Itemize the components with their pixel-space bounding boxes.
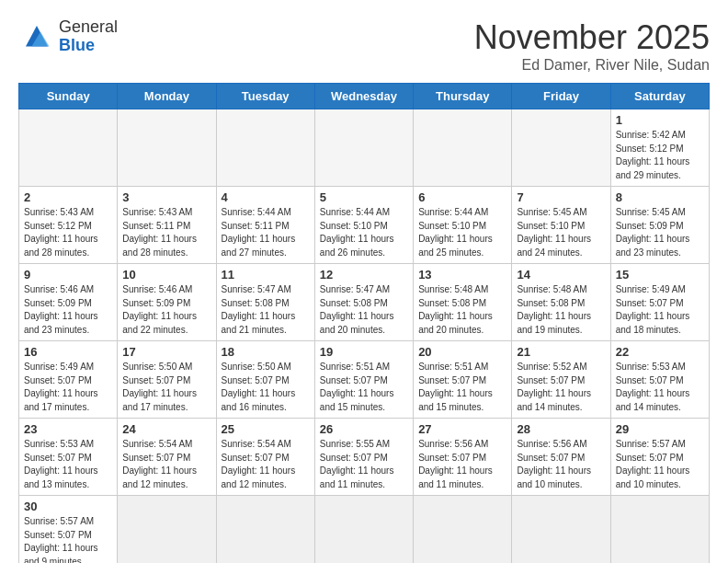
- calendar-day-cell: 3Sunrise: 5:43 AM Sunset: 5:11 PM Daylig…: [118, 187, 216, 264]
- calendar-day-cell: [414, 496, 512, 564]
- day-number: 25: [222, 422, 310, 436]
- day-info: Sunrise: 5:50 AM Sunset: 5:07 PM Dayligh…: [122, 361, 210, 414]
- calendar-day-cell: 13Sunrise: 5:48 AM Sunset: 5:08 PM Dayli…: [414, 264, 512, 341]
- calendar-day-cell: 4Sunrise: 5:44 AM Sunset: 5:11 PM Daylig…: [216, 187, 314, 264]
- calendar-day-cell: [216, 109, 314, 187]
- day-number: 26: [320, 422, 408, 436]
- calendar-day-cell: 7Sunrise: 5:45 AM Sunset: 5:10 PM Daylig…: [512, 187, 610, 264]
- day-info: Sunrise: 5:54 AM Sunset: 5:07 PM Dayligh…: [222, 438, 310, 491]
- day-number: 27: [418, 422, 506, 436]
- title-section: November 2025 Ed Damer, River Nile, Suda…: [474, 18, 710, 74]
- column-header-tuesday: Tuesday: [216, 84, 314, 109]
- day-number: 3: [122, 190, 210, 204]
- logo-text: General Blue: [59, 18, 118, 55]
- calendar-header-row: SundayMondayTuesdayWednesdayThursdayFrid…: [19, 84, 710, 109]
- calendar-day-cell: [216, 496, 314, 564]
- day-number: 28: [517, 422, 605, 436]
- day-number: 4: [222, 190, 310, 204]
- day-info: Sunrise: 5:43 AM Sunset: 5:11 PM Dayligh…: [122, 206, 210, 259]
- calendar-day-cell: [414, 109, 512, 187]
- day-number: 17: [122, 345, 210, 359]
- day-info: Sunrise: 5:44 AM Sunset: 5:11 PM Dayligh…: [222, 206, 310, 259]
- day-info: Sunrise: 5:57 AM Sunset: 5:07 PM Dayligh…: [616, 438, 704, 491]
- day-number: 22: [616, 345, 704, 359]
- calendar-week-row: 9Sunrise: 5:46 AM Sunset: 5:09 PM Daylig…: [19, 264, 710, 341]
- day-number: 9: [24, 268, 112, 282]
- calendar-day-cell: 1Sunrise: 5:42 AM Sunset: 5:12 PM Daylig…: [610, 109, 709, 187]
- calendar-week-row: 2Sunrise: 5:43 AM Sunset: 5:12 PM Daylig…: [19, 187, 710, 264]
- day-info: Sunrise: 5:49 AM Sunset: 5:07 PM Dayligh…: [24, 361, 112, 414]
- day-info: Sunrise: 5:51 AM Sunset: 5:07 PM Dayligh…: [320, 361, 408, 414]
- calendar-day-cell: 28Sunrise: 5:56 AM Sunset: 5:07 PM Dayli…: [512, 419, 610, 496]
- day-info: Sunrise: 5:42 AM Sunset: 5:12 PM Dayligh…: [616, 129, 704, 182]
- day-info: Sunrise: 5:44 AM Sunset: 5:10 PM Dayligh…: [320, 206, 408, 259]
- calendar-day-cell: [512, 496, 610, 564]
- day-number: 19: [320, 345, 408, 359]
- day-info: Sunrise: 5:46 AM Sunset: 5:09 PM Dayligh…: [122, 283, 210, 337]
- day-info: Sunrise: 5:53 AM Sunset: 5:07 PM Dayligh…: [616, 361, 704, 414]
- column-header-wednesday: Wednesday: [314, 84, 413, 109]
- day-number: 16: [24, 345, 112, 359]
- calendar-week-row: 1Sunrise: 5:42 AM Sunset: 5:12 PM Daylig…: [19, 109, 710, 187]
- calendar-day-cell: [314, 109, 413, 187]
- calendar-day-cell: 26Sunrise: 5:55 AM Sunset: 5:07 PM Dayli…: [314, 419, 413, 496]
- day-info: Sunrise: 5:48 AM Sunset: 5:08 PM Dayligh…: [418, 283, 506, 337]
- location-title: Ed Damer, River Nile, Sudan: [474, 57, 710, 74]
- day-number: 2: [24, 190, 112, 204]
- calendar-day-cell: 12Sunrise: 5:47 AM Sunset: 5:08 PM Dayli…: [314, 264, 413, 341]
- day-info: Sunrise: 5:49 AM Sunset: 5:07 PM Dayligh…: [616, 283, 704, 337]
- day-info: Sunrise: 5:53 AM Sunset: 5:07 PM Dayligh…: [24, 438, 112, 491]
- calendar-day-cell: 22Sunrise: 5:53 AM Sunset: 5:07 PM Dayli…: [610, 341, 709, 419]
- day-number: 1: [616, 113, 704, 127]
- month-title: November 2025: [474, 18, 710, 57]
- day-number: 30: [24, 500, 112, 513]
- day-number: 7: [517, 190, 605, 204]
- day-info: Sunrise: 5:51 AM Sunset: 5:07 PM Dayligh…: [418, 361, 506, 414]
- column-header-monday: Monday: [118, 84, 216, 109]
- calendar-day-cell: 27Sunrise: 5:56 AM Sunset: 5:07 PM Dayli…: [414, 419, 512, 496]
- calendar-week-row: 16Sunrise: 5:49 AM Sunset: 5:07 PM Dayli…: [19, 341, 710, 419]
- day-info: Sunrise: 5:45 AM Sunset: 5:10 PM Dayligh…: [517, 206, 605, 259]
- day-info: Sunrise: 5:54 AM Sunset: 5:07 PM Dayligh…: [122, 438, 210, 491]
- calendar-day-cell: 21Sunrise: 5:52 AM Sunset: 5:07 PM Dayli…: [512, 341, 610, 419]
- calendar-day-cell: 19Sunrise: 5:51 AM Sunset: 5:07 PM Dayli…: [314, 341, 413, 419]
- column-header-friday: Friday: [512, 84, 610, 109]
- day-number: 14: [517, 268, 605, 282]
- calendar-day-cell: [118, 496, 216, 564]
- calendar-day-cell: 9Sunrise: 5:46 AM Sunset: 5:09 PM Daylig…: [19, 264, 118, 341]
- day-number: 23: [24, 422, 112, 436]
- day-info: Sunrise: 5:43 AM Sunset: 5:12 PM Dayligh…: [24, 206, 112, 259]
- day-info: Sunrise: 5:56 AM Sunset: 5:07 PM Dayligh…: [517, 438, 605, 491]
- calendar-day-cell: [610, 496, 709, 564]
- day-info: Sunrise: 5:48 AM Sunset: 5:08 PM Dayligh…: [517, 283, 605, 337]
- day-info: Sunrise: 5:45 AM Sunset: 5:09 PM Dayligh…: [616, 206, 704, 259]
- calendar-table: SundayMondayTuesdayWednesdayThursdayFrid…: [18, 83, 710, 563]
- day-number: 6: [418, 190, 506, 204]
- calendar-day-cell: 23Sunrise: 5:53 AM Sunset: 5:07 PM Dayli…: [19, 419, 118, 496]
- day-number: 29: [616, 422, 704, 436]
- day-number: 10: [122, 268, 210, 282]
- day-number: 15: [616, 268, 704, 282]
- generalblue-logo-icon: [18, 18, 55, 55]
- calendar-day-cell: 24Sunrise: 5:54 AM Sunset: 5:07 PM Dayli…: [118, 419, 216, 496]
- day-info: Sunrise: 5:52 AM Sunset: 5:07 PM Dayligh…: [517, 361, 605, 414]
- calendar-day-cell: 2Sunrise: 5:43 AM Sunset: 5:12 PM Daylig…: [19, 187, 118, 264]
- day-info: Sunrise: 5:55 AM Sunset: 5:07 PM Dayligh…: [320, 438, 408, 491]
- calendar-day-cell: [118, 109, 216, 187]
- logo: General Blue: [18, 18, 118, 55]
- calendar-day-cell: 5Sunrise: 5:44 AM Sunset: 5:10 PM Daylig…: [314, 187, 413, 264]
- day-number: 13: [418, 268, 506, 282]
- calendar-day-cell: [512, 109, 610, 187]
- page-header: General Blue November 2025 Ed Damer, Riv…: [18, 18, 710, 74]
- day-info: Sunrise: 5:46 AM Sunset: 5:09 PM Dayligh…: [24, 283, 112, 337]
- calendar-day-cell: 25Sunrise: 5:54 AM Sunset: 5:07 PM Dayli…: [216, 419, 314, 496]
- day-number: 18: [222, 345, 310, 359]
- day-number: 12: [320, 268, 408, 282]
- calendar-day-cell: 8Sunrise: 5:45 AM Sunset: 5:09 PM Daylig…: [610, 187, 709, 264]
- day-number: 11: [222, 268, 310, 282]
- calendar-week-row: 30Sunrise: 5:57 AM Sunset: 5:07 PM Dayli…: [19, 496, 710, 564]
- column-header-sunday: Sunday: [19, 84, 118, 109]
- calendar-day-cell: 17Sunrise: 5:50 AM Sunset: 5:07 PM Dayli…: [118, 341, 216, 419]
- calendar-day-cell: [19, 109, 118, 187]
- calendar-day-cell: 20Sunrise: 5:51 AM Sunset: 5:07 PM Dayli…: [414, 341, 512, 419]
